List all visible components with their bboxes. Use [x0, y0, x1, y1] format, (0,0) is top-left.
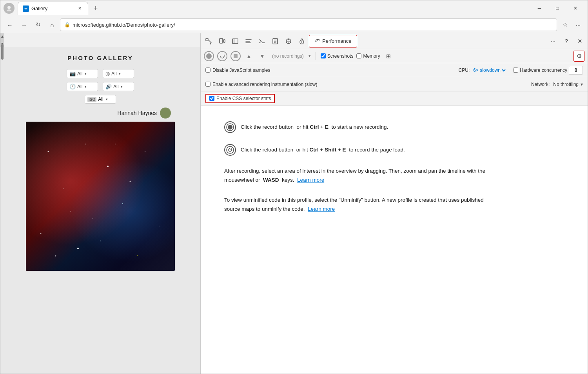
disable-js-label[interactable]: Disable JavaScript samples	[205, 68, 270, 73]
paragraph-1: After recording, select an area of inter…	[224, 167, 499, 185]
close-devtools-button[interactable]: ✕	[573, 35, 586, 47]
tab-area: Gallery ✕ +	[18, 2, 527, 15]
more-button[interactable]: ···	[572, 18, 584, 31]
address-bar[interactable]: 🔒 microsoftedge.github.io/Demos/photo-ga…	[60, 18, 557, 31]
close-button[interactable]: ✕	[566, 2, 584, 15]
refresh-button[interactable]: ↻	[32, 18, 44, 31]
chevron-down-icon-3: ▾	[85, 85, 87, 89]
time-filter[interactable]: 🕐 All ▾	[67, 82, 98, 91]
active-tab[interactable]: Gallery ✕	[18, 2, 88, 15]
cpu-label: CPU:	[459, 68, 470, 73]
stop-button[interactable]	[230, 51, 241, 61]
help-button[interactable]: ?	[560, 35, 573, 47]
wasd-key: WASD	[263, 177, 279, 183]
network-tool[interactable]	[282, 35, 295, 47]
screenshots-label: Screenshots	[327, 53, 354, 59]
hw-concurrency-input[interactable]	[569, 66, 583, 75]
scroll-thumb	[1, 44, 4, 60]
svg-point-12	[40, 233, 42, 234]
svg-point-8	[145, 151, 145, 152]
download-profile-button[interactable]: ▼	[257, 51, 267, 61]
minimize-button[interactable]: ─	[530, 2, 548, 15]
more-devtools-button[interactable]: ···	[547, 35, 559, 47]
user-row: Hannah Haynes	[26, 108, 175, 119]
advanced-rendering-checkbox[interactable]	[205, 82, 211, 87]
home-button[interactable]: ⌂	[46, 18, 58, 31]
svg-point-4	[63, 188, 64, 189]
grid-icon[interactable]: ⊞	[383, 51, 394, 61]
memory-checkbox[interactable]	[356, 53, 361, 58]
main-area: ▲ ▼ PHOTO GALLERY 📷 All ▾ ◎	[0, 33, 588, 374]
disable-js-checkbox[interactable]	[205, 68, 211, 73]
chevron-down-icon-2: ▾	[119, 72, 121, 76]
record-instruction-text: Click the record button or hit Ctrl + E …	[241, 123, 388, 131]
reload-shortcut: Ctrl + Shift + E	[310, 147, 346, 153]
reload-instruction: Click the reload button or hit Ctrl + Sh…	[224, 144, 564, 156]
back-button[interactable]: ←	[4, 18, 16, 31]
svg-rect-20	[220, 38, 223, 43]
audio-filter[interactable]: 🔊 All ▾	[103, 82, 134, 91]
maximize-button[interactable]: □	[548, 2, 566, 15]
settings-gear-button[interactable]: ⚙	[573, 51, 584, 62]
network-dropdown-icon: ▾	[581, 82, 583, 87]
favorites-button[interactable]: ☆	[559, 18, 571, 31]
css-selector-label[interactable]: Enable CSS selector stats	[205, 94, 275, 103]
webpage: ▲ ▼ PHOTO GALLERY 📷 All ▾ ◎	[0, 33, 200, 374]
performance-tab-icon	[315, 38, 320, 44]
memory-checkbox-label[interactable]: Memory	[356, 53, 380, 59]
iso-filter[interactable]: ISO All ▾	[85, 95, 116, 104]
inspect-element-tool[interactable]	[202, 35, 215, 47]
scroll-up[interactable]: ▲	[0, 34, 4, 38]
bugs-tool[interactable]	[296, 35, 308, 47]
screenshots-checkbox[interactable]	[321, 53, 326, 58]
photo-type-filter[interactable]: 📷 All ▾	[67, 69, 98, 78]
network-option: Network: No throttling ▾	[531, 82, 583, 87]
svg-point-10	[70, 211, 71, 212]
photo-type-value: All	[77, 71, 82, 77]
sidebar-panel-tool[interactable]	[229, 35, 241, 47]
tab-title: Gallery	[31, 5, 74, 11]
hw-concurrency-option: Hardware concurrency	[513, 66, 583, 75]
svg-point-1	[7, 9, 11, 11]
svg-point-15	[137, 255, 138, 256]
svg-point-13	[100, 241, 101, 241]
dropdown-arrow: ▾	[309, 53, 311, 58]
clock-icon: 🕐	[69, 84, 76, 89]
chevron-down-icon-4: ▾	[121, 85, 123, 89]
learn-more-link-1[interactable]: Learn more	[297, 177, 324, 183]
svg-point-3	[48, 151, 49, 152]
learn-more-link-2[interactable]: Learn more	[308, 206, 335, 212]
hw-concurrency-checkbox[interactable]	[513, 68, 518, 73]
new-tab-button[interactable]: +	[90, 2, 102, 14]
device-emulation-tool[interactable]	[216, 35, 228, 47]
address-text: microsoftedge.github.io/Demos/photo-gall…	[73, 22, 553, 28]
svg-rect-21	[223, 40, 225, 42]
cpu-option: CPU: 6× slowdown 4× slowdown No throttli…	[459, 67, 507, 73]
iso-icon: ISO	[87, 97, 96, 102]
css-selector-text: Enable CSS selector stats	[216, 96, 271, 101]
svg-point-5	[85, 144, 86, 144]
upload-profile-button[interactable]: ▲	[244, 51, 254, 61]
stars-svg	[26, 122, 175, 271]
css-selector-checkbox[interactable]	[209, 96, 214, 101]
sources-tool[interactable]	[269, 35, 281, 47]
performance-tab[interactable]: Performance	[309, 35, 357, 47]
tab-close-button[interactable]: ✕	[76, 5, 83, 12]
elements-tool[interactable]	[242, 35, 255, 47]
style-value: All	[111, 71, 116, 77]
iso-filter-row: ISO All ▾	[85, 95, 116, 104]
dt-options-row-1: Disable JavaScript samples CPU: 6× slowd…	[201, 63, 588, 77]
divider	[316, 52, 316, 60]
style-filter[interactable]: ◎ All ▾	[103, 69, 134, 78]
console-tool[interactable]	[256, 35, 268, 47]
advanced-rendering-label[interactable]: Enable advanced rendering instrumentatio…	[205, 82, 318, 87]
record-button[interactable]	[204, 51, 214, 61]
forward-button[interactable]: →	[18, 18, 30, 31]
filter-row-1: 📷 All ▾ ◎ All ▾	[67, 69, 134, 78]
record-button-icon	[224, 121, 236, 133]
camera-icon: 📷	[69, 71, 76, 77]
user-avatar	[160, 108, 171, 119]
screenshots-checkbox-label[interactable]: Screenshots	[321, 53, 354, 59]
cpu-select[interactable]: 6× slowdown 4× slowdown No throttling	[472, 67, 507, 73]
reload-record-button[interactable]	[217, 51, 227, 61]
